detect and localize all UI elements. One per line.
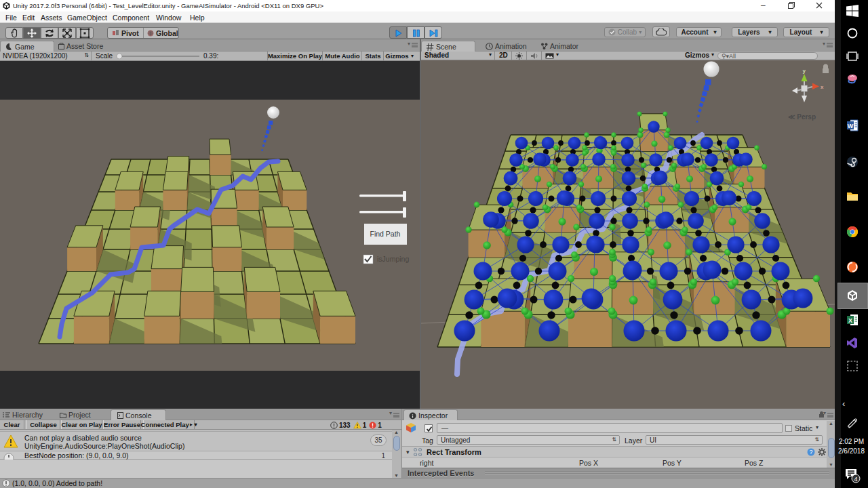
svg-text:≪ Persp: ≪ Persp [788, 113, 816, 121]
svg-text:?: ? [809, 449, 812, 455]
svg-text:isJumping: isJumping [377, 255, 409, 263]
svg-text:X: X [848, 317, 852, 324]
svg-text:y: y [803, 68, 806, 74]
svg-text:W: W [848, 123, 854, 129]
svg-text:Find Path: Find Path [370, 230, 401, 238]
svg-text:x: x [821, 84, 824, 90]
svg-text:4: 4 [854, 476, 857, 483]
